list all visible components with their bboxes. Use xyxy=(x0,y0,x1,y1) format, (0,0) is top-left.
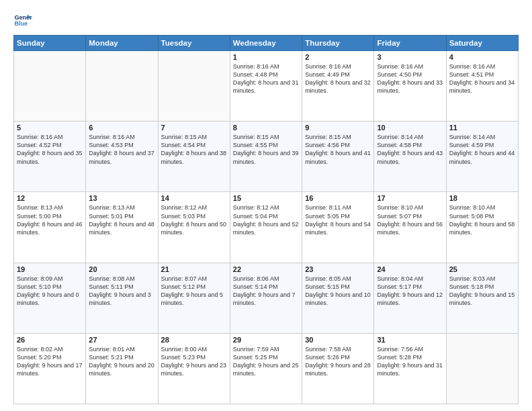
calendar-cell: 31Sunrise: 7:56 AM Sunset: 5:28 PM Dayli… xyxy=(374,333,446,404)
day-number: 25 xyxy=(449,265,515,273)
day-number: 30 xyxy=(305,336,371,344)
day-header-monday: Monday xyxy=(86,36,158,51)
day-number: 15 xyxy=(233,194,299,202)
day-number: 29 xyxy=(233,336,299,344)
day-number: 5 xyxy=(17,124,83,132)
calendar-cell: 24Sunrise: 8:04 AM Sunset: 5:17 PM Dayli… xyxy=(374,263,446,333)
day-number: 9 xyxy=(305,124,371,132)
day-number: 14 xyxy=(161,194,227,202)
day-number: 28 xyxy=(161,336,227,344)
day-info: Sunrise: 8:12 AM Sunset: 5:04 PM Dayligh… xyxy=(233,203,299,236)
day-number: 21 xyxy=(161,265,227,273)
day-info: Sunrise: 8:11 AM Sunset: 5:05 PM Dayligh… xyxy=(305,203,371,236)
day-info: Sunrise: 8:15 AM Sunset: 4:56 PM Dayligh… xyxy=(305,133,371,166)
day-number: 31 xyxy=(377,336,443,344)
calendar-week-4: 26Sunrise: 8:02 AM Sunset: 5:20 PM Dayli… xyxy=(14,333,519,404)
calendar-cell: 27Sunrise: 8:01 AM Sunset: 5:21 PM Dayli… xyxy=(86,333,158,404)
calendar-cell: 17Sunrise: 8:10 AM Sunset: 5:07 PM Dayli… xyxy=(374,192,446,263)
day-number: 26 xyxy=(17,336,83,344)
day-number: 20 xyxy=(89,265,154,273)
logo-icon: General Blue xyxy=(13,11,32,30)
page: General Blue SundayMondayTuesdayWednesda… xyxy=(0,0,532,411)
calendar-week-0: 1Sunrise: 8:16 AM Sunset: 4:48 PM Daylig… xyxy=(14,51,519,122)
day-number: 8 xyxy=(233,124,299,132)
day-info: Sunrise: 7:56 AM Sunset: 5:28 PM Dayligh… xyxy=(377,345,443,378)
day-info: Sunrise: 8:00 AM Sunset: 5:23 PM Dayligh… xyxy=(161,345,227,378)
calendar-cell: 4Sunrise: 8:16 AM Sunset: 4:51 PM Daylig… xyxy=(446,51,518,122)
day-number: 23 xyxy=(305,265,371,273)
day-number: 12 xyxy=(17,194,83,202)
logo: General Blue xyxy=(13,11,32,30)
day-header-tuesday: Tuesday xyxy=(158,36,230,51)
day-number: 4 xyxy=(449,53,515,61)
day-header-saturday: Saturday xyxy=(446,36,518,51)
day-number: 16 xyxy=(305,194,371,202)
calendar-cell: 2Sunrise: 8:16 AM Sunset: 4:49 PM Daylig… xyxy=(302,51,374,122)
calendar-cell: 26Sunrise: 8:02 AM Sunset: 5:20 PM Dayli… xyxy=(14,333,86,404)
day-number: 19 xyxy=(17,265,83,273)
day-info: Sunrise: 8:16 AM Sunset: 4:48 PM Dayligh… xyxy=(233,62,299,95)
header: General Blue xyxy=(13,11,519,30)
day-info: Sunrise: 8:09 AM Sunset: 5:10 PM Dayligh… xyxy=(17,275,83,308)
day-info: Sunrise: 8:16 AM Sunset: 4:53 PM Dayligh… xyxy=(89,133,154,166)
calendar-cell: 20Sunrise: 8:08 AM Sunset: 5:11 PM Dayli… xyxy=(86,263,158,333)
day-number: 24 xyxy=(377,265,443,273)
calendar-cell: 29Sunrise: 7:59 AM Sunset: 5:25 PM Dayli… xyxy=(230,333,302,404)
calendar-cell xyxy=(14,51,86,122)
calendar-week-2: 12Sunrise: 8:13 AM Sunset: 5:00 PM Dayli… xyxy=(14,192,519,263)
calendar-cell xyxy=(158,51,230,122)
calendar-cell: 19Sunrise: 8:09 AM Sunset: 5:10 PM Dayli… xyxy=(14,263,86,333)
calendar-header-row: SundayMondayTuesdayWednesdayThursdayFrid… xyxy=(14,36,519,51)
day-info: Sunrise: 7:59 AM Sunset: 5:25 PM Dayligh… xyxy=(233,345,299,378)
calendar-week-1: 5Sunrise: 8:16 AM Sunset: 4:52 PM Daylig… xyxy=(14,122,519,192)
day-number: 27 xyxy=(89,336,154,344)
day-header-sunday: Sunday xyxy=(14,36,86,51)
day-info: Sunrise: 8:10 AM Sunset: 5:07 PM Dayligh… xyxy=(377,203,443,236)
svg-text:Blue: Blue xyxy=(14,20,28,27)
day-info: Sunrise: 8:16 AM Sunset: 4:49 PM Dayligh… xyxy=(305,62,371,95)
day-header-wednesday: Wednesday xyxy=(230,36,302,51)
day-info: Sunrise: 8:14 AM Sunset: 4:59 PM Dayligh… xyxy=(449,133,515,166)
day-number: 17 xyxy=(377,194,443,202)
day-info: Sunrise: 8:02 AM Sunset: 5:20 PM Dayligh… xyxy=(17,345,83,378)
day-number: 18 xyxy=(449,194,515,202)
calendar-cell: 10Sunrise: 8:14 AM Sunset: 4:58 PM Dayli… xyxy=(374,122,446,192)
calendar-cell: 16Sunrise: 8:11 AM Sunset: 5:05 PM Dayli… xyxy=(302,192,374,263)
calendar-cell: 21Sunrise: 8:07 AM Sunset: 5:12 PM Dayli… xyxy=(158,263,230,333)
day-header-thursday: Thursday xyxy=(302,36,374,51)
day-number: 6 xyxy=(89,124,154,132)
calendar-cell: 15Sunrise: 8:12 AM Sunset: 5:04 PM Dayli… xyxy=(230,192,302,263)
day-number: 7 xyxy=(161,124,227,132)
day-info: Sunrise: 7:58 AM Sunset: 5:26 PM Dayligh… xyxy=(305,345,371,378)
calendar-cell: 12Sunrise: 8:13 AM Sunset: 5:00 PM Dayli… xyxy=(14,192,86,263)
day-info: Sunrise: 8:08 AM Sunset: 5:11 PM Dayligh… xyxy=(89,275,154,308)
day-info: Sunrise: 8:13 AM Sunset: 5:01 PM Dayligh… xyxy=(89,203,154,236)
calendar-cell: 7Sunrise: 8:15 AM Sunset: 4:54 PM Daylig… xyxy=(158,122,230,192)
calendar-cell xyxy=(86,51,158,122)
calendar-cell: 14Sunrise: 8:12 AM Sunset: 5:03 PM Dayli… xyxy=(158,192,230,263)
day-info: Sunrise: 8:06 AM Sunset: 5:14 PM Dayligh… xyxy=(233,275,299,308)
calendar-cell: 23Sunrise: 8:05 AM Sunset: 5:15 PM Dayli… xyxy=(302,263,374,333)
day-info: Sunrise: 8:01 AM Sunset: 5:21 PM Dayligh… xyxy=(89,345,154,378)
calendar-cell: 9Sunrise: 8:15 AM Sunset: 4:56 PM Daylig… xyxy=(302,122,374,192)
day-info: Sunrise: 8:15 AM Sunset: 4:55 PM Dayligh… xyxy=(233,133,299,166)
calendar-cell: 22Sunrise: 8:06 AM Sunset: 5:14 PM Dayli… xyxy=(230,263,302,333)
day-info: Sunrise: 8:16 AM Sunset: 4:51 PM Dayligh… xyxy=(449,62,515,95)
calendar-cell: 11Sunrise: 8:14 AM Sunset: 4:59 PM Dayli… xyxy=(446,122,518,192)
day-info: Sunrise: 8:16 AM Sunset: 4:50 PM Dayligh… xyxy=(377,62,443,95)
day-info: Sunrise: 8:15 AM Sunset: 4:54 PM Dayligh… xyxy=(161,133,227,166)
day-info: Sunrise: 8:14 AM Sunset: 4:58 PM Dayligh… xyxy=(377,133,443,166)
day-info: Sunrise: 8:03 AM Sunset: 5:18 PM Dayligh… xyxy=(449,275,515,308)
day-header-friday: Friday xyxy=(374,36,446,51)
day-number: 13 xyxy=(89,194,154,202)
calendar-cell: 30Sunrise: 7:58 AM Sunset: 5:26 PM Dayli… xyxy=(302,333,374,404)
day-info: Sunrise: 8:13 AM Sunset: 5:00 PM Dayligh… xyxy=(17,203,83,236)
day-number: 1 xyxy=(233,53,299,61)
day-number: 22 xyxy=(233,265,299,273)
calendar-cell: 28Sunrise: 8:00 AM Sunset: 5:23 PM Dayli… xyxy=(158,333,230,404)
day-info: Sunrise: 8:16 AM Sunset: 4:52 PM Dayligh… xyxy=(17,133,83,166)
day-number: 10 xyxy=(377,124,443,132)
day-info: Sunrise: 8:07 AM Sunset: 5:12 PM Dayligh… xyxy=(161,275,227,308)
calendar-cell: 3Sunrise: 8:16 AM Sunset: 4:50 PM Daylig… xyxy=(374,51,446,122)
day-info: Sunrise: 8:12 AM Sunset: 5:03 PM Dayligh… xyxy=(161,203,227,236)
